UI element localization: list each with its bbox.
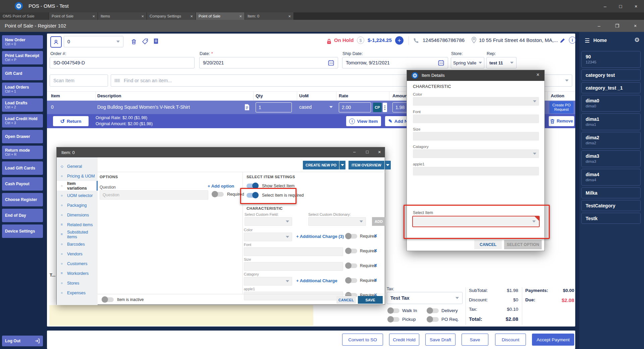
qty-input[interactable]: 1: [256, 102, 292, 112]
customer-card-icon[interactable]: [50, 36, 62, 48]
create-new-po-button[interactable]: CREATE NEW PO: [303, 161, 339, 169]
nav-packaging[interactable]: ○Packaging: [57, 200, 98, 210]
customer-select[interactable]: 0: [64, 36, 123, 47]
info-icon[interactable]: i: [569, 37, 576, 44]
char-catagory-select[interactable]: [244, 277, 292, 286]
nav-barcodes[interactable]: ○Barcodes: [57, 239, 98, 249]
nav-uom-selector[interactable]: ○UOM selector: [57, 191, 98, 200]
toggle-knob[interactable]: [387, 317, 399, 322]
nav-vendors[interactable]: ○Vendors: [57, 249, 98, 259]
toggle-knob[interactable]: [102, 297, 114, 302]
tag-icon[interactable]: [142, 38, 149, 45]
tab-items[interactable]: Items×: [98, 12, 147, 20]
hamburger-menu-icon[interactable]: ☰: [585, 37, 590, 44]
gift-card-button[interactable]: Gift Card: [2, 67, 43, 80]
nav-substituted-items[interactable]: =Substituted items: [57, 230, 98, 239]
nav-item-variations[interactable]: ○Item variations: [57, 181, 98, 191]
return-button[interactable]: ↺Return: [53, 116, 89, 126]
nav-stores[interactable]: ○Stores: [57, 278, 98, 288]
nav-customers[interactable]: ○Customers: [57, 259, 98, 268]
nav-expenses[interactable]: ○Expenses: [57, 288, 98, 298]
tab-point-of-sale-1[interactable]: Point of Sale×: [49, 12, 98, 20]
pos-close-button[interactable]: ×: [628, 20, 643, 32]
walk-in-toggle[interactable]: Walk In: [387, 308, 417, 313]
calendar-icon[interactable]: [438, 59, 444, 66]
item-save-button[interactable]: SAVE: [358, 296, 383, 304]
uom-select[interactable]: cased: [299, 104, 333, 110]
nav-pricing-uom[interactable]: ○Pricing & UOM: [57, 171, 98, 181]
toggle-knob[interactable]: [427, 317, 439, 322]
nav-general[interactable]: ◇General: [57, 161, 98, 171]
pos-minimize-button[interactable]: –: [592, 20, 606, 32]
app-minimize-button[interactable]: –: [598, 0, 612, 12]
additional-charge-link[interactable]: + Additional Charge (3): [296, 234, 344, 239]
detail-catagory-select[interactable]: [413, 149, 539, 158]
edit-pencil-icon[interactable]: [559, 37, 566, 44]
create-new-po-dropdown[interactable]: [339, 161, 345, 169]
custom-field-select[interactable]: [245, 217, 292, 226]
remove-button[interactable]: Remove: [549, 116, 574, 126]
toggle-knob[interactable]: [247, 184, 259, 188]
load-orders-button[interactable]: Load OrdersCtrl + 1: [2, 83, 43, 96]
credit-hold-button[interactable]: Credit Hold: [389, 334, 419, 346]
remove-characteristic-icon[interactable]: ×: [374, 233, 377, 239]
char-font-input[interactable]: [244, 247, 343, 256]
save-draft-button[interactable]: Save Draft: [425, 334, 455, 346]
category-card[interactable]: Testk: [581, 213, 641, 224]
item-cancel-button[interactable]: CANCEL: [336, 296, 356, 304]
detail-size-input[interactable]: [413, 132, 539, 141]
dialog-close-icon[interactable]: ×: [536, 72, 539, 78]
tab-oms-point-of-sale[interactable]: OMS Point of Sale: [0, 12, 49, 20]
tab-close-icon[interactable]: ×: [288, 14, 291, 18]
details-cancel-button[interactable]: CANCEL: [474, 240, 502, 249]
window-maximize-icon[interactable]: □: [366, 149, 369, 154]
char-size-input[interactable]: [244, 262, 343, 271]
char-size-required-toggle[interactable]: Required: [345, 263, 376, 268]
view-item-button[interactable]: iView Item: [346, 116, 381, 126]
item-overview-button[interactable]: ITEM OVERVIEW: [348, 161, 384, 169]
accept-payment-button[interactable]: Accept Payment: [532, 334, 574, 346]
device-settings-button[interactable]: Device Settings: [2, 225, 43, 238]
remove-characteristic-icon[interactable]: ×: [374, 248, 377, 253]
choose-register-button[interactable]: Choose Register: [2, 193, 43, 206]
category-card[interactable]: category test: [581, 69, 641, 81]
receipt-icon[interactable]: [152, 38, 160, 45]
detail-color-select[interactable]: [413, 97, 539, 106]
category-card[interactable]: dima3dima3: [581, 150, 641, 167]
save-button[interactable]: Save: [462, 334, 488, 346]
question-input[interactable]: Question: [100, 190, 208, 200]
print-last-receipt-button[interactable]: Print Last ReceiptCtrl + P: [2, 51, 43, 64]
rate-input[interactable]: 2.00: [339, 102, 371, 112]
item-inactive-toggle[interactable]: Item is inactive: [102, 297, 144, 302]
category-card[interactable]: dima4dima4: [581, 169, 641, 186]
log-out-button[interactable]: Log Out: [2, 336, 43, 346]
rep-select[interactable]: test 11: [486, 57, 517, 68]
date-field[interactable]: 9/20/2021: [199, 57, 338, 68]
pos-restore-button[interactable]: ❐: [610, 20, 625, 32]
load-drafts-button[interactable]: Load DraftsCtrl + 2: [2, 98, 43, 112]
open-drawer-button[interactable]: Open Drawer: [2, 130, 43, 143]
category-card[interactable]: dima2dima2: [581, 132, 641, 149]
char-font-required-toggle[interactable]: Required: [345, 249, 376, 253]
calendar-icon[interactable]: [328, 59, 334, 66]
detail-font-input[interactable]: [413, 114, 539, 123]
po-req-toggle[interactable]: PO Req.: [427, 317, 459, 322]
store-select[interactable]: Spring Valle: [451, 57, 484, 68]
tab-close-icon[interactable]: ×: [239, 14, 242, 18]
custom-dict-select[interactable]: [308, 217, 366, 226]
chevron-down-icon[interactable]: [565, 80, 569, 82]
note-strip[interactable]: [49, 305, 313, 326]
category-card[interactable]: category_test _1: [581, 82, 641, 93]
select-option-button[interactable]: SELECT OPTION: [504, 240, 542, 249]
char-catagory-required-toggle[interactable]: Required: [345, 278, 376, 283]
add-payment-icon[interactable]: +: [395, 36, 404, 45]
tab-item-0[interactable]: Item: 0×: [245, 12, 294, 20]
category-card[interactable]: Milka: [581, 187, 641, 198]
nav-dimensions[interactable]: ○Dimensions: [57, 210, 98, 220]
add-option-link[interactable]: + Add option: [208, 184, 234, 189]
window-minimize-icon[interactable]: –: [353, 149, 356, 154]
nav-workorders[interactable]: =Workorders: [57, 268, 98, 278]
rate-options-menu-icon[interactable]: ⋮: [383, 103, 387, 112]
tab-close-icon[interactable]: ×: [141, 14, 144, 18]
gear-icon[interactable]: ⚙: [634, 36, 640, 44]
